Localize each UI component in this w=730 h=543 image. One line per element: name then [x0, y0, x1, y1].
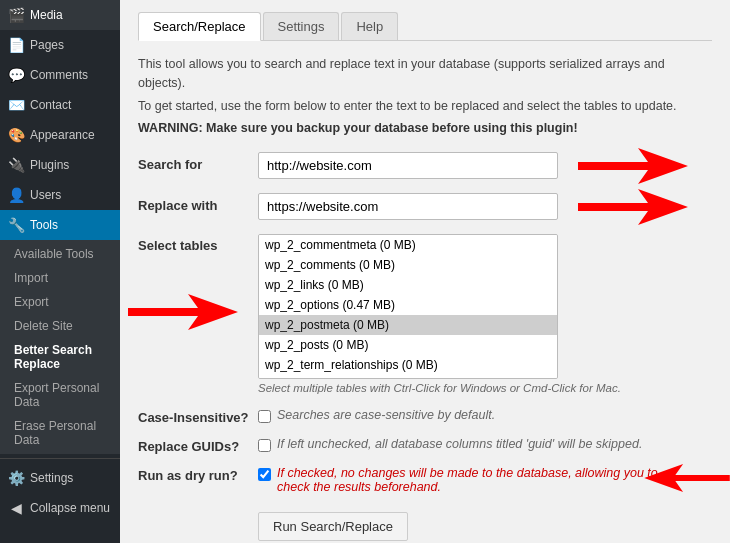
tab-search-replace[interactable]: Search/Replace: [138, 12, 261, 41]
sidebar-item-media[interactable]: 🎬 Media: [0, 0, 120, 30]
replace-guids-row: Replace GUIDs? If left unchecked, all da…: [138, 437, 712, 454]
sidebar-item-collapse[interactable]: ◀ Collapse menu: [0, 493, 120, 523]
description-line2: To get started, use the form below to en…: [138, 97, 712, 116]
main-area: Search/Replace Settings Help This tool a…: [120, 0, 730, 543]
case-insensitive-checkbox[interactable]: [258, 410, 271, 423]
tables-select[interactable]: wp_2_commentmeta (0 MB)wp_2_comments (0 …: [258, 234, 558, 379]
search-arrow: [578, 148, 688, 184]
sidebar-sub-erase-personal-data[interactable]: Erase Personal Data: [0, 414, 120, 452]
appearance-icon: 🎨: [8, 127, 24, 143]
tab-settings[interactable]: Settings: [263, 12, 340, 40]
contact-icon: ✉️: [8, 97, 24, 113]
search-for-label: Search for: [138, 152, 258, 172]
content-area: Search/Replace Settings Help This tool a…: [120, 0, 730, 543]
pages-icon: 📄: [8, 37, 24, 53]
replace-with-label: Replace with: [138, 193, 258, 213]
sidebar-item-comments[interactable]: 💬 Comments: [0, 60, 120, 90]
sidebar-sub-import[interactable]: Import: [0, 266, 120, 290]
case-insensitive-desc: Searches are case-sensitive by default.: [277, 408, 495, 422]
tab-bar: Search/Replace Settings Help: [138, 12, 712, 41]
sidebar-sub-export-personal-data[interactable]: Export Personal Data: [0, 376, 120, 414]
sidebar-item-contact[interactable]: ✉️ Contact: [0, 90, 120, 120]
sidebar-item-plugins[interactable]: 🔌 Plugins: [0, 150, 120, 180]
dry-run-desc: If checked, no changes will be made to t…: [277, 466, 677, 494]
tools-icon: 🔧: [8, 217, 24, 233]
description-line1: This tool allows you to search and repla…: [138, 55, 712, 93]
dry-run-row: Run as dry run? If checked, no changes w…: [138, 466, 712, 494]
sidebar-sub-available-tools[interactable]: Available Tools: [0, 242, 120, 266]
run-search-replace-button[interactable]: Run Search/Replace: [258, 512, 408, 541]
svg-marker-2: [128, 294, 238, 330]
replace-arrow: [578, 189, 688, 225]
plugins-icon: 🔌: [8, 157, 24, 173]
dry-run-arrow: [642, 464, 730, 492]
settings-icon: ⚙️: [8, 470, 24, 486]
replace-guids-checkbox[interactable]: [258, 439, 271, 452]
select-tables-row: Select tables wp_2_commentmeta (0 MB)wp_…: [138, 234, 712, 394]
sidebar-item-tools[interactable]: 🔧 Tools: [0, 210, 120, 240]
replace-guids-desc: If left unchecked, all database columns …: [277, 437, 642, 451]
warning-text: WARNING: Make sure you backup your datab…: [138, 119, 712, 138]
tables-arrow: [128, 294, 238, 330]
sidebar-item-pages[interactable]: 📄 Pages: [0, 30, 120, 60]
sidebar-sub-export[interactable]: Export: [0, 290, 120, 314]
replace-with-row: Replace with: [138, 193, 712, 220]
users-icon: 👤: [8, 187, 24, 203]
collapse-icon: ◀: [8, 500, 24, 516]
sidebar-sub-better-search-replace[interactable]: Better Search Replace: [0, 338, 120, 376]
dry-run-content: If checked, no changes will be made to t…: [258, 466, 677, 494]
case-insensitive-row: Case-Insensitive? Searches are case-sens…: [138, 408, 712, 425]
replace-input[interactable]: [258, 193, 558, 220]
select-tables-label: Select tables: [138, 234, 258, 253]
dry-run-label: Run as dry run?: [138, 466, 258, 483]
sidebar: 🎬 Media 📄 Pages 💬 Comments ✉️ Contact 🎨 …: [0, 0, 120, 543]
tab-help[interactable]: Help: [341, 12, 398, 40]
sidebar-item-appearance[interactable]: 🎨 Appearance: [0, 120, 120, 150]
svg-marker-1: [578, 189, 688, 225]
dry-run-checkbox[interactable]: [258, 468, 271, 481]
sidebar-item-settings[interactable]: ⚙️ Settings: [0, 463, 120, 493]
sidebar-sub-delete-site[interactable]: Delete Site: [0, 314, 120, 338]
select-tables-hint: Select multiple tables with Ctrl-Click f…: [258, 382, 621, 394]
case-insensitive-content: Searches are case-sensitive by default.: [258, 408, 495, 423]
search-input[interactable]: [258, 152, 558, 179]
media-icon: 🎬: [8, 7, 24, 23]
svg-marker-3: [644, 464, 730, 492]
sidebar-item-users[interactable]: 👤 Users: [0, 180, 120, 210]
case-insensitive-label: Case-Insensitive?: [138, 408, 258, 425]
search-for-row: Search for: [138, 152, 712, 179]
replace-guids-label: Replace GUIDs?: [138, 437, 258, 454]
svg-marker-0: [578, 148, 688, 184]
replace-guids-content: If left unchecked, all database columns …: [258, 437, 642, 452]
comments-icon: 💬: [8, 67, 24, 83]
